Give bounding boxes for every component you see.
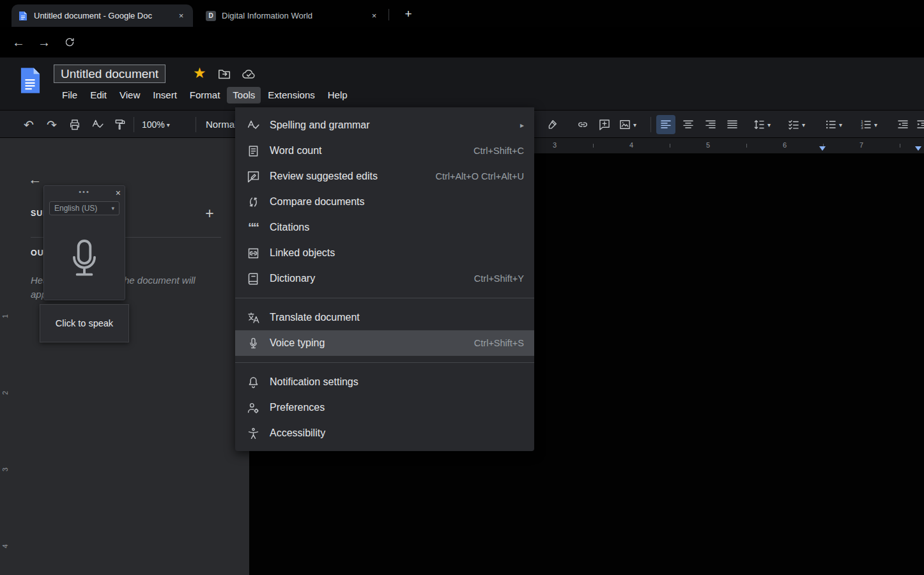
menu-edit[interactable]: Edit	[84, 87, 112, 103]
menu-item-notification-settings[interactable]: Notification settings	[235, 369, 534, 395]
bell-icon	[245, 374, 261, 390]
microphone-button[interactable]	[65, 233, 104, 289]
compare-documents-icon	[245, 194, 261, 210]
menu-item-spelling-and-grammar[interactable]: Spelling and grammar ▸	[235, 112, 534, 138]
language-value: English (US)	[54, 204, 97, 213]
align-left-button[interactable]	[656, 115, 675, 134]
screen: Untitled document - Google Doc × D Digit…	[0, 0, 924, 575]
menu-item-citations[interactable]: ““ Citations	[235, 215, 534, 240]
menu-item-dictionary[interactable]: Dictionary Ctrl+Shift+Y	[235, 266, 534, 291]
vertical-ruler-number: 1	[1, 312, 10, 321]
menu-item-linked-objects[interactable]: Linked objects	[235, 240, 534, 266]
ruler-number: 6	[778, 141, 791, 149]
menu-item-word-count[interactable]: Word count Ctrl+Shift+C	[235, 138, 534, 164]
ruler-number: 7	[855, 141, 868, 149]
paint-format-button[interactable]	[111, 115, 130, 134]
new-tab-button[interactable]: +	[400, 6, 417, 22]
numbered-list-button[interactable]: 123 ▾	[859, 115, 877, 134]
reload-button[interactable]	[60, 33, 79, 52]
menu-help[interactable]: Help	[322, 87, 353, 103]
ruler-tick	[593, 144, 594, 148]
menu-item-translate-document[interactable]: Translate document	[235, 305, 534, 330]
menu-item-accessibility[interactable]: Accessibility	[235, 420, 534, 446]
language-select[interactable]: English (US) ▾	[49, 201, 119, 215]
preferences-icon	[245, 400, 261, 415]
toolbar-separator	[134, 117, 134, 132]
citations-icon: ““	[245, 220, 261, 235]
spellcheck-button[interactable]	[88, 115, 107, 134]
ruler-number: 4	[625, 141, 638, 149]
highlight-color-button[interactable]	[543, 115, 562, 134]
increase-indent-button[interactable]	[912, 115, 924, 134]
menu-item-voice-typing[interactable]: Voice typing Ctrl+Shift+S	[235, 330, 534, 356]
menu-item-preferences[interactable]: Preferences	[235, 395, 534, 420]
right-margin-marker[interactable]	[915, 146, 921, 151]
move-folder-icon[interactable]	[217, 67, 231, 81]
spellcheck-icon	[245, 118, 261, 133]
zoom-select[interactable]: 100%▾	[142, 115, 170, 134]
styles-select[interactable]: Normal	[206, 119, 236, 130]
tab-close-icon[interactable]: ×	[176, 10, 187, 21]
insert-link-button[interactable]	[573, 115, 592, 134]
tab-digital-information-world[interactable]: D Digital Information World ×	[199, 4, 386, 27]
collapse-outline-icon[interactable]: ←	[27, 171, 43, 188]
translate-icon	[245, 310, 261, 325]
forward-button[interactable]: →	[35, 33, 54, 52]
add-summary-button[interactable]: +	[201, 204, 219, 222]
menu-item-review-suggested-edits[interactable]: Review suggested edits Ctrl+Alt+O Ctrl+A…	[235, 164, 534, 189]
menu-item-compare-documents[interactable]: Compare documents	[235, 189, 534, 215]
ruler-tick	[670, 144, 670, 148]
tools-menu: Spelling and grammar ▸ Word count Ctrl+S…	[235, 107, 534, 451]
menu-extensions[interactable]: Extensions	[262, 87, 320, 103]
tab-title: Untitled document - Google Doc	[34, 11, 172, 20]
document-title-input[interactable]: Untitled document	[54, 65, 166, 83]
ruler-tick	[900, 144, 900, 148]
tab-google-docs[interactable]: Untitled document - Google Doc ×	[12, 4, 193, 27]
ruler-tick	[746, 144, 747, 148]
ruler-number: 3	[548, 141, 561, 149]
cloud-status-icon[interactable]	[242, 67, 256, 81]
click-to-speak-tooltip[interactable]: Click to speak	[40, 304, 129, 342]
star-icon[interactable]: ★	[193, 64, 206, 82]
tab-close-icon[interactable]: ×	[369, 10, 380, 21]
menu-insert[interactable]: Insert	[147, 87, 183, 103]
drag-handle[interactable]: •••	[44, 187, 125, 197]
align-center-button[interactable]	[679, 115, 698, 134]
line-spacing-button[interactable]: ▾	[753, 115, 771, 134]
menu-file[interactable]: File	[56, 87, 83, 103]
word-count-icon	[245, 143, 261, 158]
back-button[interactable]: ←	[9, 33, 28, 52]
menu-view[interactable]: View	[114, 87, 146, 103]
review-edits-icon	[245, 169, 261, 184]
ruler-number: 5	[702, 141, 714, 149]
insert-image-button[interactable]: ▾	[619, 115, 636, 134]
docs-app-icon[interactable]	[20, 66, 40, 95]
site-favicon-icon: D	[206, 11, 216, 21]
add-comment-button[interactable]	[595, 115, 614, 134]
svg-text:3: 3	[861, 125, 863, 130]
linked-objects-icon	[245, 245, 261, 261]
menu-tools[interactable]: Tools	[227, 87, 261, 103]
redo-button[interactable]: ↷	[42, 115, 61, 134]
undo-button[interactable]: ↶	[19, 115, 38, 134]
decrease-indent-button[interactable]	[893, 115, 912, 134]
voice-typing-popup: ••• × English (US) ▾	[43, 185, 125, 300]
justify-button[interactable]	[723, 115, 742, 134]
indent-marker[interactable]	[819, 146, 826, 151]
toolbar-separator	[196, 117, 196, 132]
menu-format[interactable]: Format	[184, 87, 226, 103]
docs-header: Untitled document ★ File Edit View Inser…	[0, 57, 924, 110]
docs-favicon-icon	[18, 11, 28, 21]
align-right-button[interactable]	[701, 115, 720, 134]
menu-divider	[235, 362, 534, 363]
print-button[interactable]	[65, 115, 84, 134]
bulleted-list-button[interactable]: ▾	[824, 115, 842, 134]
checklist-button[interactable]: ▾	[787, 115, 805, 134]
browser-nav-bar: ← → https://docs.google.com/document/d/	[0, 27, 924, 57]
close-icon[interactable]: ×	[116, 188, 121, 198]
browser-tab-bar: Untitled document - Google Doc × D Digit…	[0, 0, 924, 27]
toolbar-separator	[651, 117, 651, 132]
mic-icon	[245, 335, 261, 351]
submenu-arrow-icon: ▸	[520, 121, 524, 130]
dictionary-icon	[245, 271, 261, 286]
